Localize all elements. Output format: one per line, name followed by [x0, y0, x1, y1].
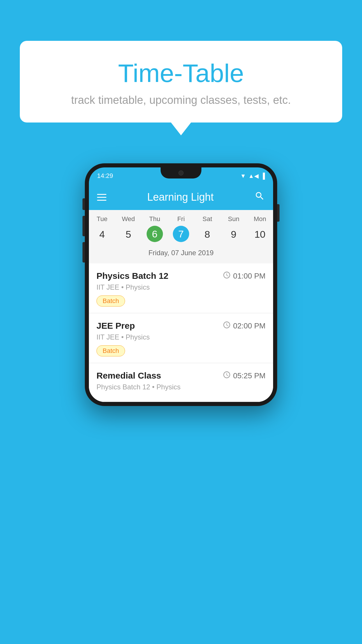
schedule-item-2-time: 02:00 PM [223, 321, 266, 331]
day-numbers: 4 5 6 7 8 9 10 [89, 226, 273, 243]
volume-down-button [82, 216, 85, 236]
signal-icon: ▲◀ [248, 172, 259, 179]
volume-up-button [82, 198, 85, 210]
schedule-item-3-title: Remedial Class [96, 371, 161, 381]
schedule-item-2[interactable]: JEE Prep 02:00 PM IIT JEE • Physics Batc… [89, 313, 273, 363]
phone-notch [161, 167, 201, 178]
main-subtitle: track timetable, upcoming classes, tests… [34, 94, 328, 106]
selected-date-display: Friday, 07 June 2019 [89, 246, 273, 261]
search-button[interactable] [254, 191, 265, 204]
schedule-item-3-header: Remedial Class 05:25 PM [96, 371, 266, 381]
schedule-item-2-badge: Batch [96, 345, 125, 356]
day-labels: Tue Wed Thu Fri Sat Sun Mon [89, 215, 273, 223]
schedule-item-2-subtitle: IIT JEE • Physics [96, 333, 266, 341]
schedule-item-1-title: Physics Batch 12 [96, 271, 168, 281]
day-label-wed[interactable]: Wed [115, 215, 141, 223]
phone-mockup: 14:29 ▼ ▲◀ ▐ Learning Light [85, 163, 277, 406]
schedule-item-3-time-text: 05:25 PM [233, 371, 266, 380]
phone-body: 14:29 ▼ ▲◀ ▐ Learning Light [85, 163, 277, 406]
power-button [277, 204, 280, 222]
battery-icon: ▐ [261, 173, 265, 179]
schedule-item-2-title: JEE Prep [96, 321, 135, 331]
clock-icon-2 [223, 321, 231, 331]
schedule-item-1-time-text: 01:00 PM [233, 272, 266, 281]
camera [178, 170, 184, 176]
date-7-selected[interactable]: 7 [173, 226, 189, 242]
day-label-sun[interactable]: Sun [220, 215, 247, 223]
schedule-item-3-subtitle: Physics Batch 12 • Physics [96, 383, 266, 391]
schedule-item-3-time: 05:25 PM [223, 371, 266, 381]
day-label-tue[interactable]: Tue [89, 215, 115, 223]
date-6-today[interactable]: 6 [147, 226, 163, 242]
main-title: Time-Table [34, 58, 328, 88]
schedule-item-1-time: 01:00 PM [223, 271, 266, 281]
day-label-sat[interactable]: Sat [194, 215, 220, 223]
clock-icon-3 [223, 371, 231, 381]
schedule-item-1-badge: Batch [96, 295, 125, 307]
silent-button [82, 242, 85, 262]
calendar-strip: Tue Wed Thu Fri Sat Sun Mon 4 5 6 7 8 9 … [89, 210, 273, 263]
date-4[interactable]: 4 [89, 226, 115, 243]
wifi-icon: ▼ [240, 173, 246, 179]
schedule-list: Physics Batch 12 01:00 PM IIT JEE • Phys… [89, 263, 273, 402]
status-time: 14:29 [97, 172, 113, 180]
schedule-item-2-time-text: 02:00 PM [233, 321, 266, 330]
schedule-item-1-subtitle: IIT JEE • Physics [96, 283, 266, 291]
clock-icon-1 [223, 271, 231, 281]
date-10[interactable]: 10 [247, 226, 273, 243]
schedule-item-1[interactable]: Physics Batch 12 01:00 PM IIT JEE • Phys… [89, 263, 273, 313]
schedule-item-1-header: Physics Batch 12 01:00 PM [96, 271, 266, 281]
day-label-mon[interactable]: Mon [247, 215, 273, 223]
phone-screen: Learning Light Tue Wed Thu Fri Sat Sun M… [89, 184, 273, 402]
date-9[interactable]: 9 [220, 226, 247, 243]
status-icons: ▼ ▲◀ ▐ [240, 172, 265, 179]
date-8[interactable]: 8 [194, 226, 220, 243]
app-title: Learning Light [147, 191, 214, 203]
app-bar: Learning Light [89, 184, 273, 210]
schedule-item-2-header: JEE Prep 02:00 PM [96, 321, 266, 331]
day-label-thu[interactable]: Thu [142, 215, 168, 223]
day-label-fri[interactable]: Fri [168, 215, 194, 223]
menu-button[interactable] [97, 194, 106, 201]
status-bar: 14:29 ▼ ▲◀ ▐ [89, 167, 273, 184]
speech-bubble: Time-Table track timetable, upcoming cla… [20, 41, 342, 123]
schedule-item-3[interactable]: Remedial Class 05:25 PM Physics Batch 12… [89, 363, 273, 402]
date-5[interactable]: 5 [115, 226, 141, 243]
speech-bubble-wrapper: Time-Table track timetable, upcoming cla… [20, 41, 342, 123]
